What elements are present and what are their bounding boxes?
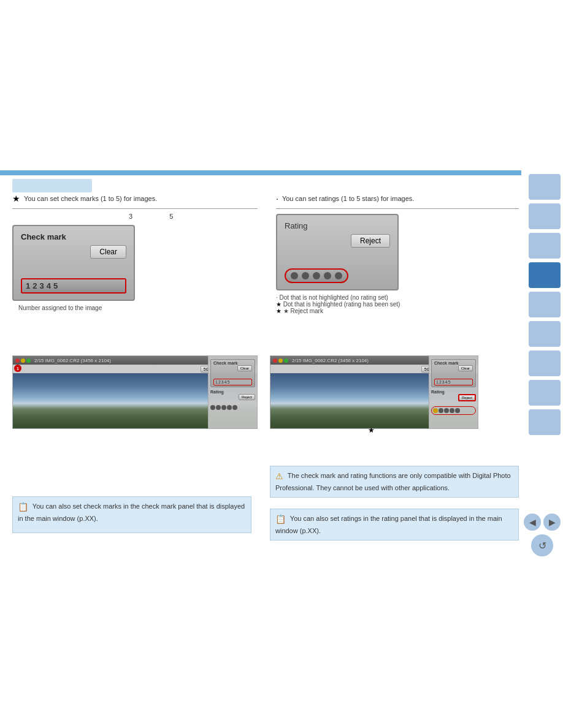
sidebar-btn-2[interactable] [529,203,561,229]
ss-n3: 3 [221,380,224,384]
ss-side-panel-left: Check mark Clear 1 2 3 4 5 Rating Reject [208,356,257,428]
ss-red-dot [15,358,20,363]
rs-star-annot: ★ [368,426,375,434]
ss-rmd4 [450,408,454,413]
ss-mini-clear[interactable]: Clear [237,365,252,371]
screenshot-title-left: 2/15 IMG_0062.CR2 (3456 x 2104) [34,358,111,363]
right-description: You can set ratings (1 to 5 stars) for i… [282,194,414,205]
ss-rmd3 [444,408,449,413]
nav-bottom: ◀ ▶ ↺ [524,514,561,556]
ss-md2 [216,405,221,410]
ss-r-red-dot [273,358,277,363]
num-1: 1 [26,281,30,290]
reject-button[interactable]: Reject [351,234,390,248]
indicator-3: 3 [129,213,132,220]
number-row: 1 2 3 4 5 [21,278,126,294]
warning-text: The check mark and rating functions are … [275,472,511,491]
ss-rn2: 2 [439,380,442,384]
top-blue-bar [0,170,521,175]
indicators-row: 3 5 [129,213,258,220]
left-annotation: Number assigned to the image [18,305,258,311]
screenshot-badge: 1 [14,365,21,372]
right-annotations: · Dot that is not highlighted (no rating… [276,294,519,314]
ss-checkmark-mini: Check mark Clear 1 2 3 4 5 [210,359,255,387]
right-note-box: 📋 You can also set ratings in the rating… [270,509,519,540]
clear-button[interactable]: Clear [90,245,126,259]
ss-r-green-dot [284,358,288,363]
ss-r-mini-clear[interactable]: Clear [458,365,473,371]
ss-n1: 1 [215,380,218,384]
ss-r-mini-reject[interactable]: Reject [458,394,476,401]
num-3: 3 [39,281,44,290]
ss-mini-title-2: Rating [210,390,255,394]
ss-mini-nums: 1 2 3 4 5 [213,379,252,385]
refresh-button[interactable]: ↺ [531,534,553,556]
prev-button[interactable]: ◀ [524,514,541,531]
left-column: ★ You can set check marks (1 to 5) for i… [12,194,258,311]
right-column: · You can set ratings (1 to 5 stars) for… [276,194,519,314]
right-screenshot: ★ ★ ★ 2/15 IMG_0062.CR2 (3456 x 2104) 50… [270,355,478,429]
num-2: 2 [33,281,37,290]
rating-panel-title: Rating [285,221,390,230]
nav-arrows: ◀ ▶ [524,514,561,531]
right-annot-1: · Dot that is not highlighted (no rating… [276,294,519,301]
ss-mini-title-1: Check mark [213,361,252,365]
dot-4 [324,272,331,279]
next-button[interactable]: ▶ [543,514,561,531]
ss-r-mini-dots [431,406,476,415]
ss-side-panel-right: Check mark Clear 1 2 3 4 5 Rating Reject [429,356,478,428]
ss-r-checkmark-mini: Check mark Clear 1 2 3 4 5 [431,359,476,387]
sidebar [526,172,563,438]
dots-row [285,268,348,283]
warning-box: ⚠ The check mark and rating functions ar… [270,466,519,498]
ss-r-mini-panel-rating: Rating Reject [431,390,476,415]
right-note-text: You can also set ratings in the rating p… [275,515,502,534]
ss-mini-panel-rating: Rating Reject [210,390,255,410]
dot-2 [302,272,309,279]
sidebar-btn-1[interactable] [529,174,561,200]
ss-r-yellow-dot [278,358,283,363]
left-separator [12,208,258,209]
ss-green-dot [26,358,31,363]
screenshot-title-right: 2/15 IMG_0062.CR2 (3456 x 2104) [292,358,369,363]
checkmark-panel: Check mark Clear 1 2 3 4 5 [12,225,135,301]
ss-md4 [227,405,232,410]
left-note-text: You can also set check marks in the chec… [18,502,245,522]
ss-md1 [210,405,215,410]
ss-rn3: 3 [442,380,445,384]
sidebar-btn-5[interactable] [529,292,561,317]
ss-mini-reject[interactable]: Reject [239,394,255,400]
left-screenshot: 1 2/15 IMG_0062.CR2 (3456 x 2104) 50% vi… [12,355,258,429]
num-4: 4 [47,281,51,290]
checkmark-panel-title: Check mark [21,232,126,241]
dot-3 [313,272,320,279]
note-icon-right: 📋 [275,514,286,524]
ss-mini-dots [210,405,255,410]
ss-r-mini-title-1: Check mark [434,361,473,365]
ss-rmd1 [433,408,438,413]
ss-rn5: 5 [448,380,451,384]
dot-1 [291,272,298,279]
ss-md5 [232,405,237,410]
right-star-icon-desc: · [276,194,278,203]
num-5: 5 [53,281,58,290]
dot-5 [335,272,342,279]
left-description: You can set check marks (1 to 5) for ima… [24,194,157,205]
sidebar-btn-6[interactable] [529,321,561,347]
section-header [12,179,92,192]
sidebar-btn-7[interactable] [529,351,561,376]
ss-n2: 2 [218,380,221,384]
sidebar-btn-8[interactable] [529,380,561,406]
ss-r-mini-nums: 1 2 3 4 5 [434,379,473,385]
ss-md3 [221,405,226,410]
sidebar-btn-9[interactable] [529,409,561,435]
left-note-box: 📋 You can also set check marks in the ch… [12,496,251,533]
ss-n5: 5 [228,380,230,384]
right-annot-3: ★ ★ Reject mark [276,308,519,314]
ss-rmd5 [455,408,460,413]
right-annot-2: ★ Dot that is highlighted (rating has be… [276,301,519,308]
sidebar-btn-3[interactable] [529,233,561,259]
indicator-5: 5 [169,213,173,220]
sidebar-btn-4[interactable] [529,262,561,288]
warning-icon: ⚠ [275,471,283,481]
